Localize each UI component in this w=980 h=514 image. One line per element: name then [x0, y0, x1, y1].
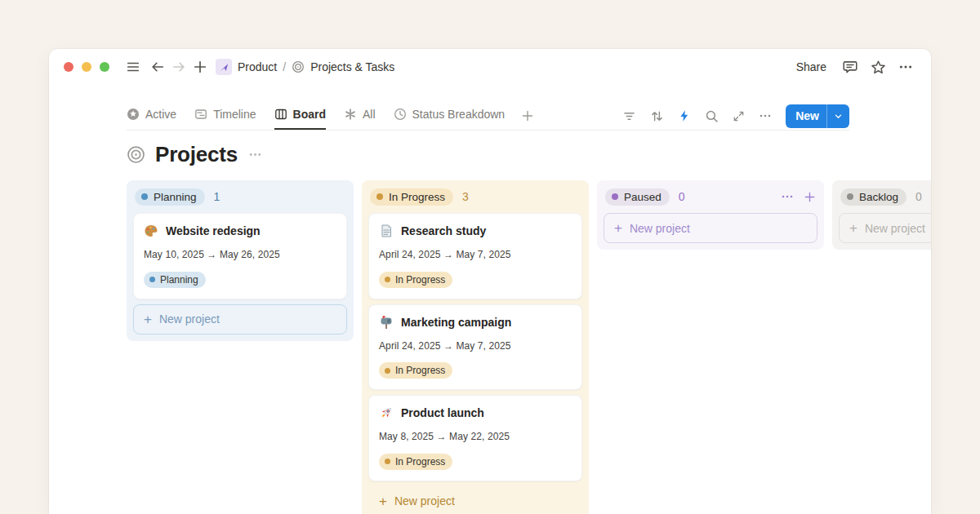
card-research-study[interactable]: Research study April 24, 2025 → May 7, 2… [368, 213, 582, 299]
status-pill[interactable]: Planning [135, 188, 205, 206]
column-count: 3 [462, 190, 469, 203]
chevron-down-icon[interactable] [827, 112, 849, 121]
tab-all[interactable]: All [344, 102, 376, 130]
status-dot [385, 277, 390, 282]
card-website-redesign[interactable]: Website redesign May 10, 2025 → May 26, … [133, 213, 347, 299]
breadcrumb-page[interactable]: Projects & Tasks [310, 60, 394, 73]
card-date-range: May 10, 2025 → May 26, 2025 [144, 249, 336, 260]
forward-icon[interactable] [168, 56, 189, 78]
column-paused: Paused 0 + New project [597, 180, 824, 250]
card-status-tag: Planning [144, 272, 206, 288]
tab-label: Status Breakdown [412, 108, 506, 121]
breadcrumb-workspace[interactable]: Product [238, 60, 277, 73]
page-title: Projects [155, 142, 238, 167]
column-more-icon[interactable] [781, 190, 794, 203]
new-project-button[interactable]: + New project [368, 486, 582, 514]
card-date-range: May 8, 2025 → May 22, 2025 [379, 431, 572, 442]
column-header: Planning 1 [133, 186, 347, 207]
title-more-icon[interactable] [248, 148, 262, 162]
tab-label: All [363, 108, 376, 121]
status-pill[interactable]: Paused [605, 188, 670, 206]
clock-icon [394, 108, 407, 121]
tab-active[interactable]: Active [127, 102, 176, 130]
new-button-label: New [786, 109, 826, 122]
expand-icon[interactable] [733, 110, 745, 122]
share-button[interactable]: Share [790, 57, 833, 77]
kanban-board: Planning 1 Website redesign May 10, 2025… [127, 180, 931, 514]
more-options-icon[interactable] [895, 56, 916, 78]
workspace-icon[interactable] [216, 59, 232, 75]
window-topbar: Product / Projects & Tasks Share [49, 49, 931, 85]
tab-label: Board [293, 108, 326, 121]
card-title: Marketing campaign [401, 316, 511, 329]
view-tab-bar: Active Timeline Board [127, 102, 849, 131]
automation-bolt-icon[interactable] [678, 109, 691, 122]
status-pill[interactable]: In Progress [370, 188, 453, 206]
status-dot [612, 193, 618, 200]
sidebar-menu-icon[interactable] [122, 56, 144, 78]
mailbox-icon [379, 315, 394, 330]
card-product-launch[interactable]: Product launch May 8, 2025 → May 22, 202… [368, 395, 582, 481]
sort-icon[interactable] [650, 109, 664, 123]
view-tabs: Active Timeline Board [127, 102, 505, 130]
minimize-window-button[interactable] [82, 62, 91, 72]
status-dot [385, 459, 390, 464]
status-dot [141, 193, 148, 200]
new-project-button[interactable]: + New project [604, 213, 817, 243]
page-header: Projects [127, 142, 849, 167]
bookmark-tabs-icon [379, 224, 394, 238]
card-status-tag: In Progress [379, 454, 452, 470]
tab-board[interactable]: Board [274, 102, 326, 130]
status-label: Planning [154, 191, 197, 203]
zoom-window-button[interactable] [100, 62, 109, 72]
app-window: Product / Projects & Tasks Share [49, 49, 931, 514]
column-header: Backlog 0 [839, 186, 931, 207]
card-title: Website redesign [166, 224, 261, 237]
page-target-icon [292, 60, 305, 73]
status-label: Paused [624, 191, 662, 203]
card-status-tag: In Progress [379, 272, 452, 288]
breadcrumb-separator: / [283, 60, 286, 73]
status-pill[interactable]: Backlog [840, 188, 906, 206]
status-dot [385, 368, 390, 374]
tab-timeline[interactable]: Timeline [194, 102, 256, 130]
breadcrumb: Product / Projects & Tasks [211, 59, 394, 75]
new-tab-icon[interactable] [189, 56, 211, 78]
desktop-background: Product / Projects & Tasks Share [0, 0, 980, 514]
tab-label: Timeline [213, 108, 256, 121]
card-title: Research study [401, 224, 486, 237]
status-label: In Progress [389, 191, 445, 203]
plus-icon: + [379, 494, 387, 508]
search-icon[interactable] [705, 109, 719, 123]
rocket-icon [379, 405, 394, 420]
card-date-range: April 24, 2025 → May 7, 2025 [379, 249, 572, 260]
timeline-icon [194, 108, 207, 121]
status-dot [376, 193, 383, 200]
column-planning: Planning 1 Website redesign May 10, 2025… [127, 180, 354, 341]
column-add-icon[interactable] [804, 191, 816, 203]
new-project-button[interactable]: + New project [839, 213, 931, 243]
favorite-star-icon[interactable] [867, 56, 889, 78]
topbar-actions: Share [790, 56, 916, 78]
new-project-button[interactable]: + New project [133, 304, 347, 335]
status-dot [149, 277, 155, 282]
card-title: Product launch [401, 406, 484, 419]
view-more-icon[interactable] [759, 109, 772, 122]
column-count: 0 [915, 190, 922, 203]
filter-icon[interactable] [622, 109, 636, 123]
plus-icon: + [144, 312, 152, 326]
plus-icon: + [614, 221, 622, 235]
asterisk-icon [344, 108, 357, 121]
card-marketing-campaign[interactable]: Marketing campaign April 24, 2025 → May … [368, 304, 582, 391]
new-button[interactable]: New [786, 104, 849, 128]
view-toolbar: New [622, 102, 849, 130]
tab-label: Active [145, 108, 176, 121]
add-view-icon[interactable] [521, 102, 534, 130]
close-window-button[interactable] [64, 62, 74, 72]
tab-status-breakdown[interactable]: Status Breakdown [394, 102, 506, 130]
comments-icon[interactable] [840, 56, 861, 78]
back-icon[interactable] [147, 56, 168, 78]
column-count: 1 [214, 190, 220, 203]
status-label: Backlog [859, 191, 898, 203]
board-icon [274, 108, 287, 121]
